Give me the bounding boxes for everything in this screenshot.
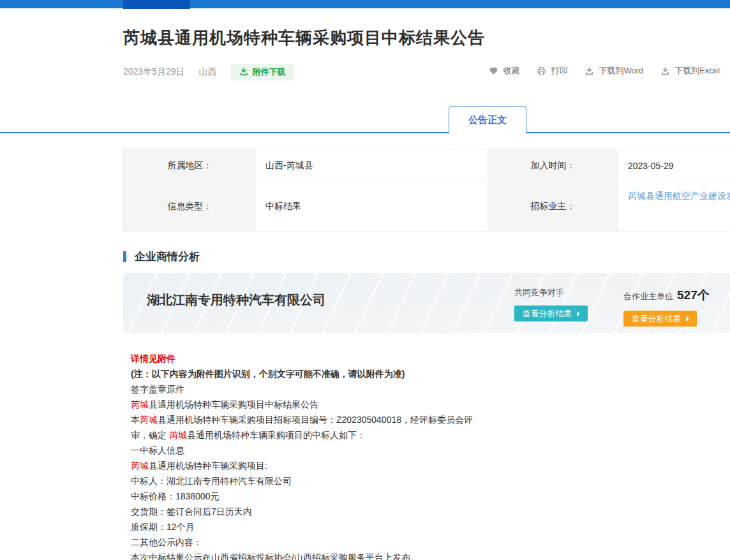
- heart-icon: [489, 66, 498, 75]
- info-label-region: 所属地区：: [124, 149, 256, 182]
- top-nav-bar: [0, 0, 730, 8]
- article-line: 签字盖章原件: [131, 381, 577, 397]
- info-value-join-time: 2023-05-29: [618, 149, 730, 182]
- download-excel-button[interactable]: 下载到Excel: [660, 65, 720, 77]
- download-word-button[interactable]: 下载到Word: [585, 65, 643, 77]
- tab-announcement-body[interactable]: 公告正文: [449, 106, 526, 133]
- info-value-owner: 芮城县通用航空产业建设发: [618, 182, 730, 231]
- info-table: 所属地区： 山西-芮城县 加入时间： 2023-05-29 信息类型： 中标结果…: [123, 149, 730, 232]
- article-line: 质保期：12个月: [131, 519, 577, 534]
- favorite-button[interactable]: 收藏: [489, 65, 519, 77]
- download-icon: [585, 66, 594, 75]
- tab-underline: [0, 132, 730, 133]
- info-label-owner: 招标业主：: [488, 182, 618, 231]
- article-line: 详情见附件: [131, 351, 577, 366]
- info-label-type: 信息类型：: [124, 182, 256, 231]
- download-icon: [239, 67, 248, 78]
- article-line: (注：以下内容为附件图片识别，个别文字可能不准确，请以附件为准): [131, 366, 577, 381]
- article-line: 审，确定 芮城县通用机场特种车辆采购项目的中标人如下：: [131, 427, 577, 443]
- partners-label: 合作业主单位: [623, 291, 673, 302]
- competitors-view-label: 查看分析结果: [523, 308, 572, 320]
- section-header: 企业商情分析: [123, 249, 200, 264]
- section-accent-bar: [123, 251, 126, 262]
- partners-count: 527个: [677, 287, 710, 304]
- attachment-download-button[interactable]: 附件下载: [231, 64, 294, 80]
- triangle-right-icon: [577, 311, 580, 316]
- download-word-label: 下载到Word: [599, 65, 643, 77]
- meta-row: 2023年5月29日 山西 附件下载: [123, 64, 294, 80]
- header-actions: 收藏 打印 下载到Word 下载到Excel: [489, 65, 720, 77]
- article-line: 交货期：签订合同后7日历天内: [131, 504, 577, 519]
- article-line: 本次中标结果公示在山西省招标投标协会/山西招标采购服务平台上发布。: [131, 550, 577, 560]
- top-nav-active-segment[interactable]: [123, 0, 190, 9]
- analysis-card: 湖北江南专用特种汽车有限公司 共同竞争对手 查看分析结果 合作业主单位 527个…: [123, 273, 730, 333]
- page: 芮城县通用机场特种车辆采购项目中标结果公告 2023年5月29日 山西 附件下载…: [0, 0, 730, 560]
- info-label-join-time: 加入时间：: [488, 149, 618, 182]
- article-body: 详情见附件(注：以下内容为附件图片识别，个别文字可能不准确，请以附件为准)签字盖…: [131, 351, 577, 560]
- article-line: 芮城县通用机场特种车辆采购项目:: [131, 458, 577, 473]
- owner-link[interactable]: 芮城县通用航空产业建设发: [628, 191, 730, 202]
- publish-date: 2023年5月29日: [123, 66, 185, 78]
- region-label: 山西: [199, 66, 217, 78]
- favorite-label: 收藏: [503, 65, 519, 77]
- article-line: 中标人：湖北江南专用特种汽车有限公司: [131, 473, 577, 489]
- attachment-download-label: 附件下载: [253, 66, 286, 78]
- article-line: 本芮城县通用机场特种车辆采购项目招标项目编号：Z202305040018，经评标…: [131, 412, 577, 427]
- article-line: 一中标人信息: [131, 443, 577, 458]
- competitors-label: 共同竞争对手: [514, 287, 564, 298]
- page-title: 芮城县通用机场特种车辆采购项目中标结果公告: [123, 27, 485, 49]
- article-line: 二其他公示内容：: [131, 534, 577, 550]
- article-line: 中标价格：1838000元: [131, 489, 577, 504]
- section-title: 企业商情分析: [135, 249, 200, 264]
- info-value-type: 中标结果: [256, 182, 488, 231]
- partners-view-button[interactable]: 查看分析结果: [623, 311, 697, 327]
- competitors-group: 共同竞争对手 查看分析结果: [514, 287, 588, 321]
- download-excel-label: 下载到Excel: [674, 65, 720, 77]
- company-name: 湖北江南专用特种汽车有限公司: [147, 291, 325, 309]
- article-line: 芮城县通用机场特种车辆采购项目中标结果公告: [131, 397, 577, 412]
- print-label: 打印: [551, 65, 567, 77]
- print-button[interactable]: 打印: [537, 65, 567, 77]
- partners-group: 合作业主单位 527个 查看分析结果: [623, 287, 710, 327]
- partners-view-label: 查看分析结果: [632, 313, 682, 325]
- info-value-region: 山西-芮城县: [256, 149, 488, 182]
- triangle-right-icon: [686, 316, 689, 321]
- competitors-view-button[interactable]: 查看分析结果: [514, 306, 588, 321]
- download-icon: [660, 66, 670, 75]
- printer-icon: [537, 66, 546, 76]
